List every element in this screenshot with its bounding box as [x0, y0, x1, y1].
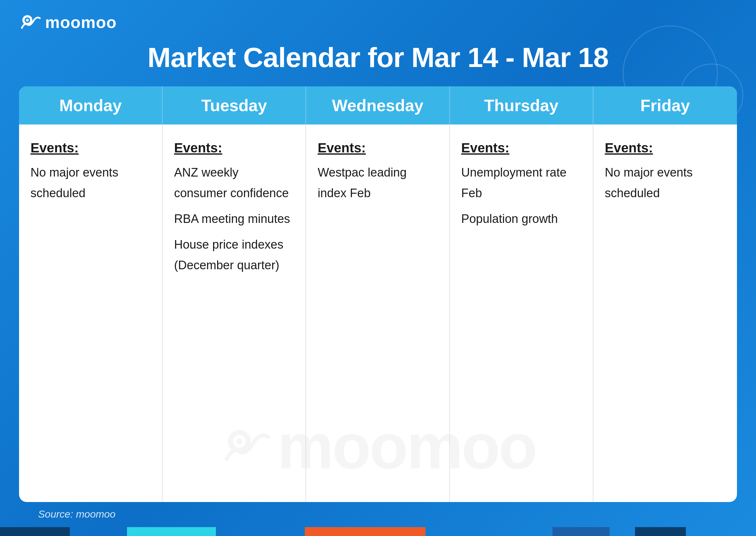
thursday-event-group-2: Population growth [461, 210, 581, 228]
monday-event-2: scheduled [30, 184, 150, 202]
cell-monday: Events: No major events scheduled [19, 124, 163, 502]
wednesday-event-2: index Feb [317, 184, 438, 202]
thursday-event-2: Feb [461, 184, 581, 202]
moomoo-logo-icon [19, 14, 41, 31]
cell-thursday: Events: Unemployment rate Feb Population… [450, 124, 593, 502]
tuesday-event-group-3: House price indexes (December quarter) [174, 236, 294, 274]
logo-text: moomoo [45, 13, 117, 32]
calendar-table: moomoo Monday Tuesday Wednesday Thursday… [19, 86, 737, 502]
tuesday-event-group-1: ANZ weekly consumer confidence [174, 163, 294, 202]
header-thursday: Thursday [450, 86, 593, 124]
header-wednesday: Wednesday [306, 86, 449, 124]
friday-event-2: scheduled [605, 184, 726, 202]
source-text: Source: moomoo [38, 508, 115, 520]
calendar-header-row: Monday Tuesday Wednesday Thursday Friday [19, 86, 737, 124]
header-friday: Friday [593, 86, 737, 124]
tuesday-event-group-2: RBA meeting minutes [174, 210, 294, 228]
friday-events-label: Events: [605, 137, 726, 158]
tuesday-event-3: RBA meeting minutes [174, 210, 294, 228]
tuesday-event-1: ANZ weekly [174, 163, 294, 182]
header-tuesday: Tuesday [163, 86, 306, 124]
header-monday: Monday [19, 86, 163, 124]
monday-event-1: No major events [30, 163, 150, 182]
footer: Source: moomoo [19, 502, 737, 526]
cell-tuesday: Events: ANZ weekly consumer confidence R… [163, 124, 306, 502]
logo-area: moomoo [19, 13, 117, 32]
page-title: Market Calendar for Mar 14 - Mar 18 [19, 41, 737, 74]
thursday-event-3: Population growth [461, 210, 581, 228]
tuesday-event-4: House price indexes [174, 236, 294, 254]
tuesday-event-5: (December quarter) [174, 256, 294, 274]
friday-event-1: No major events [605, 163, 726, 182]
tuesday-event-2: consumer confidence [174, 184, 294, 202]
monday-events-label: Events: [30, 137, 150, 158]
thursday-event-1: Unemployment rate [461, 163, 581, 182]
calendar-body-row: Events: No major events scheduled Events… [19, 124, 737, 502]
svg-point-2 [26, 19, 29, 21]
thursday-events-label: Events: [461, 137, 581, 158]
thursday-event-group-1: Unemployment rate Feb [461, 163, 581, 202]
tuesday-events-label: Events: [174, 137, 294, 158]
cell-friday: Events: No major events scheduled [593, 124, 737, 502]
header: moomoo [19, 13, 737, 32]
page-wrapper: moomoo Market Calendar for Mar 14 - Mar … [0, 0, 756, 536]
wednesday-events-label: Events: [317, 137, 438, 158]
wednesday-event-1: Westpac leading [317, 163, 438, 182]
cell-wednesday: Events: Westpac leading index Feb [306, 124, 449, 502]
